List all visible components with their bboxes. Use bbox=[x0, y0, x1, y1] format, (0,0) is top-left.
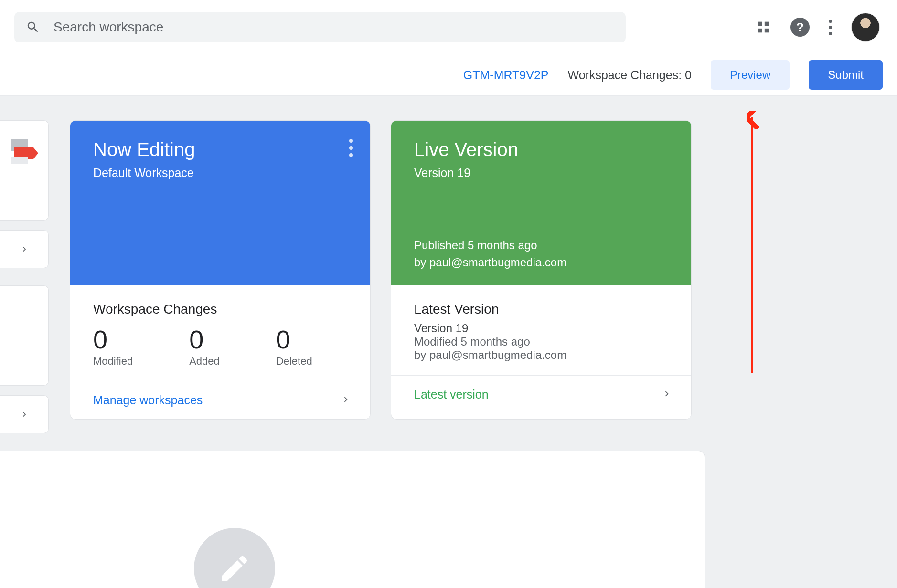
live-version-card: Live Version Version 19 Published 5 mont… bbox=[391, 120, 692, 420]
workspace-changes-count: Workspace Changes: 0 bbox=[568, 68, 692, 82]
overflow-menu-icon[interactable] bbox=[829, 20, 832, 35]
published-by: by paul@smartbugmedia.com bbox=[414, 254, 668, 271]
svg-rect-1 bbox=[765, 22, 769, 26]
chevron-right-icon bbox=[20, 410, 29, 419]
added-stat: 0 Added bbox=[189, 325, 220, 368]
top-bar: ? bbox=[0, 0, 897, 54]
manage-workspaces-link[interactable]: Manage workspaces bbox=[70, 381, 370, 419]
sidebar-card-fragment-2[interactable] bbox=[0, 285, 49, 386]
deleted-label: Deleted bbox=[276, 355, 312, 368]
now-editing-body: Workspace Changes 0 Modified 0 Added 0 D… bbox=[70, 285, 370, 381]
search-box[interactable] bbox=[14, 12, 626, 42]
preview-button[interactable]: Preview bbox=[711, 60, 790, 90]
modified-stat: 0 Modified bbox=[93, 325, 133, 368]
tag-icon bbox=[11, 135, 38, 164]
workspace-changes-heading: Workspace Changes bbox=[93, 302, 347, 317]
action-bar: GTM-MRT9V2P Workspace Changes: 0 Preview… bbox=[0, 54, 897, 96]
search-icon bbox=[26, 20, 40, 34]
live-version-title: Live Version bbox=[414, 139, 668, 160]
svg-rect-3 bbox=[765, 29, 769, 33]
svg-rect-2 bbox=[758, 29, 762, 33]
search-input[interactable] bbox=[53, 20, 614, 35]
live-version-subtitle: Version 19 bbox=[414, 166, 668, 180]
now-editing-card: Now Editing Default Workspace Workspace … bbox=[70, 120, 371, 420]
sidebar-expand-fragment[interactable] bbox=[0, 230, 49, 268]
svg-rect-0 bbox=[758, 22, 762, 26]
content-card-fragment bbox=[0, 451, 705, 588]
pencil-icon bbox=[218, 552, 251, 585]
latest-version-link[interactable]: Latest version bbox=[391, 375, 691, 413]
now-editing-subtitle: Default Workspace bbox=[93, 166, 347, 180]
manage-workspaces-label: Manage workspaces bbox=[93, 393, 203, 407]
deleted-stat: 0 Deleted bbox=[276, 325, 312, 368]
submit-button[interactable]: Submit bbox=[809, 60, 883, 90]
latest-version-number: Version 19 bbox=[414, 322, 668, 335]
latest-by: by paul@smartbugmedia.com bbox=[414, 348, 668, 362]
avatar[interactable] bbox=[851, 13, 880, 42]
live-version-header: Live Version Version 19 Published 5 mont… bbox=[391, 121, 691, 285]
now-editing-title: Now Editing bbox=[93, 139, 347, 160]
sidebar-expand-fragment-2[interactable] bbox=[0, 395, 49, 433]
live-version-body: Latest Version Version 19 Modified 5 mon… bbox=[391, 285, 691, 375]
overview-body: Now Editing Default Workspace Workspace … bbox=[0, 96, 897, 588]
modified-label: Modified bbox=[93, 355, 133, 368]
chevron-right-icon bbox=[20, 244, 29, 254]
now-editing-header: Now Editing Default Workspace bbox=[70, 121, 370, 285]
apps-icon[interactable] bbox=[755, 19, 771, 35]
sidebar-card-fragment[interactable] bbox=[0, 120, 49, 220]
latest-modified: Modified 5 months ago bbox=[414, 335, 668, 348]
chevron-right-icon bbox=[662, 388, 672, 401]
deleted-count: 0 bbox=[276, 325, 312, 354]
modified-count: 0 bbox=[93, 325, 133, 354]
added-count: 0 bbox=[189, 325, 220, 354]
help-icon[interactable]: ? bbox=[790, 18, 810, 37]
container-id-link[interactable]: GTM-MRT9V2P bbox=[463, 68, 549, 82]
latest-version-label: Latest version bbox=[414, 388, 489, 401]
latest-version-heading: Latest Version bbox=[414, 302, 668, 317]
added-label: Added bbox=[189, 355, 220, 368]
now-editing-menu-icon[interactable] bbox=[349, 139, 353, 157]
published-line: Published 5 months ago bbox=[414, 237, 668, 254]
chevron-right-icon bbox=[341, 394, 351, 407]
svg-rect-5 bbox=[11, 157, 28, 164]
header-actions: ? bbox=[755, 13, 880, 42]
